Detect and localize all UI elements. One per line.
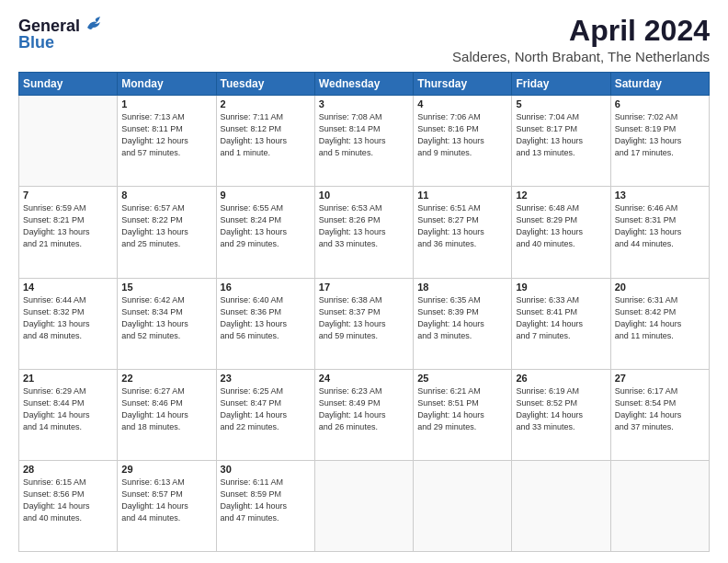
weekday-header-row: Sunday Monday Tuesday Wednesday Thursday…: [19, 73, 710, 96]
table-row: 1Sunrise: 7:13 AMSunset: 8:11 PMDaylight…: [118, 96, 216, 187]
table-row: 3Sunrise: 7:08 AMSunset: 8:14 PMDaylight…: [314, 96, 413, 187]
day-number: 30: [221, 464, 311, 475]
logo-blue-text: Blue: [18, 33, 54, 52]
day-info: Sunrise: 6:51 AMSunset: 8:27 PMDaylight:…: [417, 202, 507, 250]
day-number: 22: [121, 373, 211, 384]
calendar-week-row: 1Sunrise: 7:13 AMSunset: 8:11 PMDaylight…: [19, 96, 710, 187]
day-info: Sunrise: 6:57 AMSunset: 8:22 PMDaylight:…: [121, 202, 211, 250]
day-info: Sunrise: 6:35 AMSunset: 8:39 PMDaylight:…: [417, 294, 507, 342]
table-row: 4Sunrise: 7:06 AMSunset: 8:16 PMDaylight…: [414, 96, 512, 187]
day-info: Sunrise: 6:23 AMSunset: 8:49 PMDaylight:…: [319, 385, 409, 433]
day-number: 11: [417, 190, 507, 201]
day-number: 9: [221, 190, 311, 201]
day-number: 18: [417, 282, 507, 293]
table-row: 18Sunrise: 6:35 AMSunset: 8:39 PMDayligh…: [414, 278, 512, 369]
day-number: 14: [23, 282, 113, 293]
table-row: 24Sunrise: 6:23 AMSunset: 8:49 PMDayligh…: [314, 369, 413, 460]
table-row: 30Sunrise: 6:11 AMSunset: 8:59 PMDayligh…: [216, 460, 314, 551]
table-row: 10Sunrise: 6:53 AMSunset: 8:26 PMDayligh…: [314, 187, 413, 278]
day-info: Sunrise: 6:15 AMSunset: 8:56 PMDaylight:…: [23, 477, 113, 524]
day-info: Sunrise: 6:33 AMSunset: 8:41 PMDaylight:…: [516, 294, 606, 342]
table-row: 6Sunrise: 7:02 AMSunset: 8:19 PMDaylight…: [610, 96, 709, 187]
page: General Blue April 2024 Salderes, North …: [0, 0, 728, 563]
day-info: Sunrise: 6:27 AMSunset: 8:46 PMDaylight:…: [121, 385, 211, 433]
day-number: 29: [121, 464, 211, 475]
day-number: 27: [615, 373, 705, 384]
table-row: 16Sunrise: 6:40 AMSunset: 8:36 PMDayligh…: [216, 278, 314, 369]
day-info: Sunrise: 6:59 AMSunset: 8:21 PMDaylight:…: [23, 202, 113, 250]
day-number: 8: [121, 190, 211, 201]
header-friday: Friday: [512, 73, 610, 96]
day-info: Sunrise: 6:25 AMSunset: 8:47 PMDaylight:…: [221, 385, 311, 433]
day-number: 15: [121, 282, 211, 293]
table-row: 11Sunrise: 6:51 AMSunset: 8:27 PMDayligh…: [414, 187, 512, 278]
header-sunday: Sunday: [19, 73, 118, 96]
table-row: 19Sunrise: 6:33 AMSunset: 8:41 PMDayligh…: [512, 278, 610, 369]
day-info: Sunrise: 7:04 AMSunset: 8:17 PMDaylight:…: [516, 111, 606, 159]
table-row: 17Sunrise: 6:38 AMSunset: 8:37 PMDayligh…: [314, 278, 413, 369]
day-number: 10: [319, 190, 409, 201]
day-info: Sunrise: 7:06 AMSunset: 8:16 PMDaylight:…: [417, 111, 507, 159]
calendar-table: Sunday Monday Tuesday Wednesday Thursday…: [18, 72, 710, 552]
day-info: Sunrise: 6:53 AMSunset: 8:26 PMDaylight:…: [319, 202, 409, 250]
day-info: Sunrise: 7:02 AMSunset: 8:19 PMDaylight:…: [615, 111, 705, 159]
day-info: Sunrise: 6:19 AMSunset: 8:52 PMDaylight:…: [516, 385, 606, 433]
table-row: 7Sunrise: 6:59 AMSunset: 8:21 PMDaylight…: [19, 187, 118, 278]
day-info: Sunrise: 7:13 AMSunset: 8:11 PMDaylight:…: [121, 111, 211, 159]
table-row: [414, 460, 512, 551]
table-row: 9Sunrise: 6:55 AMSunset: 8:24 PMDaylight…: [216, 187, 314, 278]
table-row: 29Sunrise: 6:13 AMSunset: 8:57 PMDayligh…: [118, 460, 216, 551]
day-number: 2: [221, 98, 311, 109]
table-row: 25Sunrise: 6:21 AMSunset: 8:51 PMDayligh…: [414, 369, 512, 460]
table-row: 2Sunrise: 7:11 AMSunset: 8:12 PMDaylight…: [216, 96, 314, 187]
day-number: 6: [615, 98, 705, 109]
header: General Blue April 2024 Salderes, North …: [18, 15, 710, 64]
day-number: 7: [23, 190, 113, 201]
table-row: 12Sunrise: 6:48 AMSunset: 8:29 PMDayligh…: [512, 187, 610, 278]
table-row: [314, 460, 413, 551]
day-info: Sunrise: 7:11 AMSunset: 8:12 PMDaylight:…: [221, 111, 311, 159]
day-number: 5: [516, 98, 606, 109]
day-info: Sunrise: 6:11 AMSunset: 8:59 PMDaylight:…: [221, 477, 311, 524]
day-number: 16: [221, 282, 311, 293]
table-row: 26Sunrise: 6:19 AMSunset: 8:52 PMDayligh…: [512, 369, 610, 460]
logo-bird-icon: [84, 15, 104, 37]
calendar-week-row: 28Sunrise: 6:15 AMSunset: 8:56 PMDayligh…: [19, 460, 710, 551]
day-number: 28: [23, 464, 113, 475]
header-thursday: Thursday: [414, 73, 512, 96]
day-info: Sunrise: 6:21 AMSunset: 8:51 PMDaylight:…: [417, 385, 507, 433]
day-info: Sunrise: 6:40 AMSunset: 8:36 PMDaylight:…: [221, 294, 311, 342]
day-info: Sunrise: 6:31 AMSunset: 8:42 PMDaylight:…: [615, 294, 705, 342]
calendar-week-row: 14Sunrise: 6:44 AMSunset: 8:32 PMDayligh…: [19, 278, 710, 369]
day-number: 12: [516, 190, 606, 201]
day-info: Sunrise: 6:42 AMSunset: 8:34 PMDaylight:…: [121, 294, 211, 342]
day-number: 25: [417, 373, 507, 384]
day-info: Sunrise: 6:29 AMSunset: 8:44 PMDaylight:…: [23, 385, 113, 433]
day-info: Sunrise: 6:17 AMSunset: 8:54 PMDaylight:…: [615, 385, 705, 433]
location-title: Salderes, North Brabant, The Netherlands: [452, 49, 710, 64]
day-info: Sunrise: 6:44 AMSunset: 8:32 PMDaylight:…: [23, 294, 113, 342]
table-row: [19, 96, 118, 187]
table-row: 27Sunrise: 6:17 AMSunset: 8:54 PMDayligh…: [610, 369, 709, 460]
day-number: 19: [516, 282, 606, 293]
table-row: 21Sunrise: 6:29 AMSunset: 8:44 PMDayligh…: [19, 369, 118, 460]
table-row: [512, 460, 610, 551]
day-info: Sunrise: 6:48 AMSunset: 8:29 PMDaylight:…: [516, 202, 606, 250]
day-number: 4: [417, 98, 507, 109]
table-row: 23Sunrise: 6:25 AMSunset: 8:47 PMDayligh…: [216, 369, 314, 460]
calendar-week-row: 21Sunrise: 6:29 AMSunset: 8:44 PMDayligh…: [19, 369, 710, 460]
day-number: 26: [516, 373, 606, 384]
table-row: 20Sunrise: 6:31 AMSunset: 8:42 PMDayligh…: [610, 278, 709, 369]
day-number: 17: [319, 282, 409, 293]
table-row: 13Sunrise: 6:46 AMSunset: 8:31 PMDayligh…: [610, 187, 709, 278]
table-row: 15Sunrise: 6:42 AMSunset: 8:34 PMDayligh…: [118, 278, 216, 369]
day-info: Sunrise: 6:46 AMSunset: 8:31 PMDaylight:…: [615, 202, 705, 250]
header-saturday: Saturday: [610, 73, 709, 96]
day-number: 21: [23, 373, 113, 384]
table-row: 8Sunrise: 6:57 AMSunset: 8:22 PMDaylight…: [118, 187, 216, 278]
day-info: Sunrise: 6:38 AMSunset: 8:37 PMDaylight:…: [319, 294, 409, 342]
day-info: Sunrise: 6:55 AMSunset: 8:24 PMDaylight:…: [221, 202, 311, 250]
day-number: 13: [615, 190, 705, 201]
table-row: 14Sunrise: 6:44 AMSunset: 8:32 PMDayligh…: [19, 278, 118, 369]
header-monday: Monday: [118, 73, 216, 96]
